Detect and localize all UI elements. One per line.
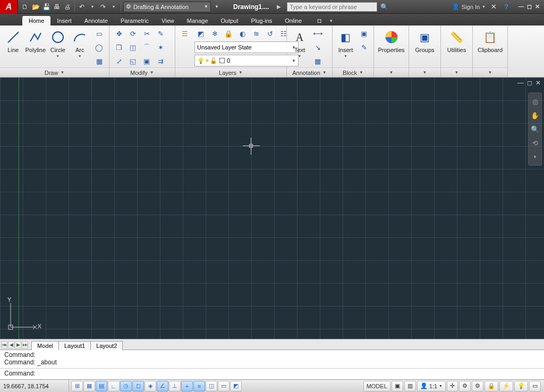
tool-circle[interactable]: Circle ▼	[48, 27, 67, 58]
edit-block-icon[interactable]: ✎	[358, 41, 370, 54]
exchange-icon[interactable]: ✕	[489, 2, 498, 12]
layerprops-icon[interactable]: ☰	[178, 27, 191, 40]
quickview-drawings-icon[interactable]: ▥	[404, 381, 416, 391]
explode-icon[interactable]: ✶	[154, 41, 167, 54]
cleanscreen-icon[interactable]: ▭	[529, 381, 541, 391]
drawing-area[interactable]: Y X — ◻ ✕ ◎ ✋ 🔍 ⟲ ▼	[0, 78, 544, 339]
vp-minimize-icon[interactable]: —	[517, 79, 524, 87]
layout-tab-layout1[interactable]: Layout1	[58, 341, 91, 350]
tool-insert[interactable]: ◧ Insert ▼	[336, 27, 355, 58]
tool-utilities[interactable]: 📏 Utilities	[444, 27, 469, 53]
save-icon[interactable]: 💾	[41, 2, 51, 12]
tab-view[interactable]: View	[155, 16, 181, 25]
mirror-icon[interactable]: ◫	[126, 41, 139, 54]
tool-arc[interactable]: Arc ▼	[70, 27, 90, 58]
signin-button[interactable]: 👤 Sign In ▼	[452, 3, 486, 10]
undo-icon[interactable]: ↶	[77, 2, 87, 12]
leader-icon[interactable]: ↘	[311, 41, 324, 54]
offset-icon[interactable]: ⇉	[154, 55, 167, 67]
layout-first-icon[interactable]: ⏮	[1, 341, 7, 348]
nav-expand-icon[interactable]: ▼	[530, 151, 540, 162]
maximize-button[interactable]: ◻	[525, 3, 533, 10]
close-button[interactable]: ✕	[533, 3, 541, 10]
tab-plugins[interactable]: Plug-ins	[245, 16, 279, 25]
scale-icon[interactable]: ◱	[126, 55, 139, 67]
hatch-icon[interactable]: ▦	[93, 55, 106, 67]
ellipse-icon[interactable]: ◯	[93, 41, 106, 54]
zoom-icon[interactable]: 🔍	[530, 124, 540, 134]
autoscale-icon[interactable]: ⚙	[459, 381, 471, 391]
orbit-icon[interactable]: ⟲	[530, 138, 540, 148]
dyn-icon[interactable]: +	[181, 381, 193, 391]
hardware-accel-icon[interactable]: ⚡	[499, 381, 513, 391]
layout-tab-layout2[interactable]: Layout2	[90, 341, 123, 350]
tab-focus-icon[interactable]: ◘	[314, 16, 324, 25]
command-history[interactable]: Command: Command: _about	[0, 350, 544, 369]
vp-close-icon[interactable]: ✕	[536, 79, 541, 87]
tab-minimize-icon[interactable]: ▼	[326, 16, 336, 25]
vp-maximize-icon[interactable]: ◻	[527, 79, 532, 87]
polar-icon[interactable]: ◷	[120, 381, 132, 391]
erase-icon[interactable]: ✎	[154, 27, 167, 40]
layer-state-dropdown[interactable]: Unsaved Layer State ▼	[194, 41, 299, 53]
new-icon[interactable]: 🗋	[20, 2, 30, 12]
layout-prev-icon[interactable]: ◀	[8, 341, 14, 348]
layer-match-icon[interactable]: ≋	[250, 27, 262, 40]
lineweight-icon[interactable]: ≡	[193, 381, 205, 391]
tab-manage[interactable]: Manage	[181, 16, 215, 25]
tool-properties[interactable]: Properties	[377, 27, 405, 53]
search-icon[interactable]: 🔍	[379, 2, 389, 12]
dimension-icon[interactable]: ⟷	[311, 27, 324, 40]
workspace-dropdown[interactable]: ⚙ Drafting & Annotation ▼	[123, 2, 211, 12]
infer-constraints-icon[interactable]: ⊞	[71, 381, 83, 391]
workspace-switch-icon[interactable]: ⚙	[472, 381, 483, 391]
current-layer-dropdown[interactable]: 💡 ☀ 🔓 0 ▼	[194, 55, 299, 66]
create-block-icon[interactable]: ▣	[358, 27, 370, 40]
tab-insert[interactable]: Insert	[50, 16, 78, 25]
title-menu-icon[interactable]: ▶	[274, 2, 284, 12]
plot-icon[interactable]: 🖨	[63, 2, 72, 12]
trim-icon[interactable]: ✂	[140, 27, 153, 40]
quickview-layouts-icon[interactable]: ▣	[392, 381, 403, 391]
toolbar-lock-icon[interactable]: 🔒	[484, 381, 498, 391]
tab-output[interactable]: Output	[215, 16, 245, 25]
help-icon[interactable]: ?	[502, 2, 511, 12]
rotate-icon[interactable]: ⟳	[126, 27, 139, 40]
tool-polyline[interactable]: Polyline	[25, 27, 46, 53]
annotation-visibility-icon[interactable]: ✢	[447, 381, 458, 391]
sc-icon[interactable]: ◩	[230, 381, 242, 391]
qp-icon[interactable]: ▭	[218, 381, 230, 391]
redo-drop-icon[interactable]: ▼	[109, 2, 118, 12]
fillet-icon[interactable]: ⌒	[140, 41, 153, 54]
rectangle-icon[interactable]: ▭	[93, 27, 106, 40]
ducs-icon[interactable]: ⊥	[169, 381, 181, 391]
open-icon[interactable]: 📂	[31, 2, 40, 12]
undo-drop-icon[interactable]: ▼	[88, 2, 97, 12]
layout-tab-model[interactable]: Model	[31, 341, 59, 350]
grid-icon[interactable]: ▤	[96, 381, 107, 391]
table-icon[interactable]: ▦	[311, 55, 324, 67]
tool-clipboard[interactable]: 📋 Clipboard	[476, 27, 504, 53]
steering-wheel-icon[interactable]: ◎	[530, 96, 540, 107]
pan-icon[interactable]: ✋	[530, 110, 540, 121]
app-menu-button[interactable]: A	[0, 0, 18, 14]
layer-iso-icon[interactable]: ◩	[194, 27, 207, 40]
stretch-icon[interactable]: ⤢	[113, 55, 125, 67]
array-icon[interactable]: ▣	[140, 55, 153, 67]
annotation-scale-button[interactable]: 👤1:1▼	[417, 381, 446, 391]
isolate-icon[interactable]: 💡	[514, 381, 528, 391]
command-input[interactable]: Command:	[0, 369, 544, 379]
layer-lock-icon[interactable]: 🔒	[222, 27, 235, 40]
tab-home[interactable]: Home	[22, 16, 50, 25]
osnap-icon[interactable]: ◻	[132, 381, 144, 391]
tab-online[interactable]: Online	[278, 16, 308, 25]
tab-parametric[interactable]: Parametric	[114, 16, 155, 25]
layer-prev-icon[interactable]: ↺	[264, 27, 276, 40]
qat-customize-icon[interactable]: ▼	[212, 2, 222, 12]
model-space-button[interactable]: MODEL	[363, 381, 390, 391]
layout-last-icon[interactable]: ⏭	[22, 341, 28, 348]
redo-icon[interactable]: ↷	[98, 2, 108, 12]
3dosnap-icon[interactable]: ◈	[144, 381, 156, 391]
layer-freeze-icon[interactable]: ❄	[208, 27, 221, 40]
tab-annotate[interactable]: Annotate	[78, 16, 114, 25]
